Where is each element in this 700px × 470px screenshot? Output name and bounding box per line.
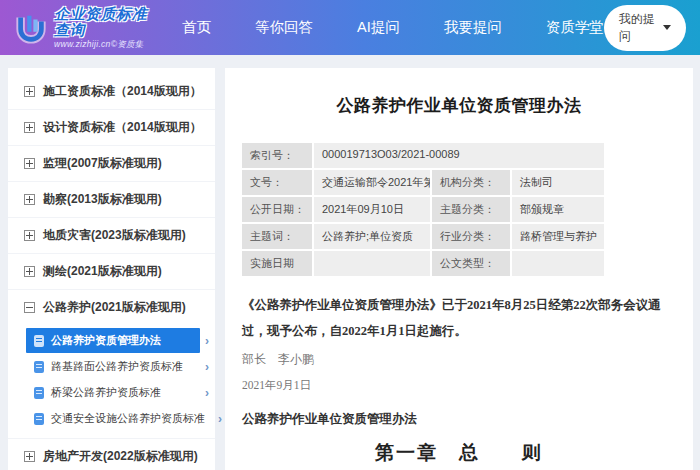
meta-value-topic: 部颁规章 [512, 197, 604, 222]
nav-qualification-school[interactable]: 资质学堂 [546, 18, 604, 37]
sidebar-item-highway-maintenance[interactable]: 公路养护(2021版标准现用) [8, 290, 215, 325]
sidebar-item-label: 公路养护(2021版标准现用) [43, 299, 186, 316]
document-subtitle: 公路养护作业单位资质管理办法 [242, 411, 676, 428]
meta-label-pubdate: 公开日期： [242, 197, 312, 222]
my-questions-dropdown[interactable]: 我的提问 [604, 5, 686, 51]
document-icon [34, 387, 44, 399]
sidebar-item-label: 勘察(2013版标准现用) [43, 191, 162, 208]
minister-signature: 部长 李小鹏 [242, 351, 676, 368]
meta-value-index: 000019713O03/2021-00089 [314, 143, 604, 168]
document-icon [34, 335, 44, 347]
meta-label-index: 索引号： [242, 143, 312, 168]
nav-home[interactable]: 首页 [182, 18, 211, 37]
site-logo-icon [14, 11, 48, 45]
meta-value-doctype [512, 251, 604, 276]
page-content: 施工资质标准（2014版现用） 设计资质标准（2014版现用） 监理(2007版… [0, 55, 700, 470]
meta-value-industry: 路桥管理与养护 [512, 224, 604, 249]
meta-label-industry: 行业分类： [432, 224, 510, 249]
sidebar-item-label: 设计资质标准（2014版现用） [43, 119, 202, 136]
subitem-roadbed-pavement[interactable]: 路基路面公路养护资质标准 [26, 354, 209, 379]
sidebar-item-survey[interactable]: 勘察(2013版标准现用) [8, 182, 215, 218]
sidebar-item-construction[interactable]: 施工资质标准（2014版现用） [8, 74, 215, 110]
collapse-icon[interactable] [24, 302, 35, 313]
subitem-traffic-safety-facilities[interactable]: 交通安全设施公路养护资质标准 [26, 406, 209, 431]
sidebar-item-geological-disaster[interactable]: 地质灾害(2023版标准现用) [8, 218, 215, 254]
meta-value-effective [314, 251, 430, 276]
meta-value-pubdate: 2021年09月10日 [314, 197, 430, 222]
sidebar-item-mapping[interactable]: 测绘(2021版标准现用) [8, 254, 215, 290]
nav-links: 首页 等你回答 AI提问 我要提问 资质学堂 [182, 18, 604, 37]
sidebar-item-supervision[interactable]: 监理(2007版标准现用) [8, 146, 215, 182]
nav-ask-question[interactable]: 我要提问 [444, 18, 502, 37]
page-title: 公路养护作业单位资质管理办法 [242, 94, 676, 117]
sidebar-item-label: 地质灾害(2023版标准现用) [43, 227, 186, 244]
expand-icon[interactable] [24, 266, 35, 277]
subitem-label: 路基路面公路养护资质标准 [51, 359, 183, 374]
chevron-right-icon [213, 412, 222, 426]
meta-label-docno: 文号： [242, 170, 312, 195]
expand-icon[interactable] [24, 122, 35, 133]
subitem-label: 公路养护资质管理办法 [51, 333, 161, 348]
expand-icon[interactable] [24, 158, 35, 169]
document-panel: 公路养护作业单位资质管理办法 索引号： 000019713O03/2021-00… [225, 68, 693, 470]
subitem-label: 桥梁公路养护资质标准 [51, 385, 161, 400]
meta-label-topic: 主题分类： [432, 197, 510, 222]
announcement-paragraph: 《公路养护作业单位资质管理办法》已于2021年8月25日经第22次部务会议通过，… [242, 292, 676, 345]
sidebar-item-label: 房地产开发(2022版标准现用) [43, 448, 198, 465]
sidebar-item-label: 施工资质标准（2014版现用） [43, 83, 202, 100]
nav-ai-ask[interactable]: AI提问 [357, 18, 400, 37]
meta-value-org: 法制司 [512, 170, 604, 195]
site-logo[interactable]: 企业资质标准查询 www.zizhiji.cn©资质集 [14, 6, 152, 49]
expand-icon[interactable] [24, 230, 35, 241]
subitem-maintenance-measures[interactable]: 公路养护资质管理办法 [26, 328, 209, 353]
expand-icon[interactable] [24, 194, 35, 205]
meta-label-effective: 实施日期 [242, 251, 312, 276]
subitem-bridge[interactable]: 桥梁公路养护资质标准 [26, 380, 209, 405]
sidebar-item-real-estate[interactable]: 房地产开发(2022版标准现用) [8, 439, 215, 470]
sidebar-item-label: 监理(2007版标准现用) [43, 155, 162, 172]
meta-value-docno: 交通运输部令2021年第22号 [314, 170, 430, 195]
chapter-heading: 第一章 总 则 [242, 440, 676, 466]
site-title: 企业资质标准查询 [54, 6, 152, 39]
subitem-label: 交通安全设施公路养护资质标准 [51, 411, 205, 426]
sidebar-column: 施工资质标准（2014版现用） 设计资质标准（2014版现用） 监理(2007版… [8, 68, 215, 470]
document-icon [34, 361, 44, 373]
sidebar-item-label: 测绘(2021版标准现用) [43, 263, 162, 280]
chevron-right-icon [200, 360, 209, 374]
document-meta-table: 索引号： 000019713O03/2021-00089 文号： 交通运输部令2… [242, 143, 676, 276]
site-url: www.zizhiji.cn©资质集 [54, 40, 152, 49]
chevron-right-icon [200, 334, 209, 348]
chevron-right-icon [200, 386, 209, 400]
document-icon [34, 413, 44, 425]
chevron-down-icon [663, 25, 671, 30]
top-navbar: 企业资质标准查询 www.zizhiji.cn©资质集 首页 等你回答 AI提问… [0, 0, 700, 55]
signature-date: 2021年9月1日 [242, 378, 676, 393]
standards-accordion: 施工资质标准（2014版现用） 设计资质标准（2014版现用） 监理(2007版… [8, 68, 215, 470]
my-questions-label: 我的提问 [619, 11, 657, 45]
expand-icon[interactable] [24, 451, 35, 462]
expand-icon[interactable] [24, 86, 35, 97]
highway-maintenance-sublist: 公路养护资质管理办法 路基路面公路养护资质标准 桥梁公路养护资质标准 [8, 325, 215, 439]
sidebar-item-design[interactable]: 设计资质标准（2014版现用） [8, 110, 215, 146]
meta-label-keywords: 主题词： [242, 224, 312, 249]
nav-waiting-answers[interactable]: 等你回答 [255, 18, 313, 37]
meta-label-doctype: 公文类型： [432, 251, 510, 276]
meta-label-org: 机构分类： [432, 170, 510, 195]
meta-value-keywords: 公路养护;单位资质 [314, 224, 430, 249]
